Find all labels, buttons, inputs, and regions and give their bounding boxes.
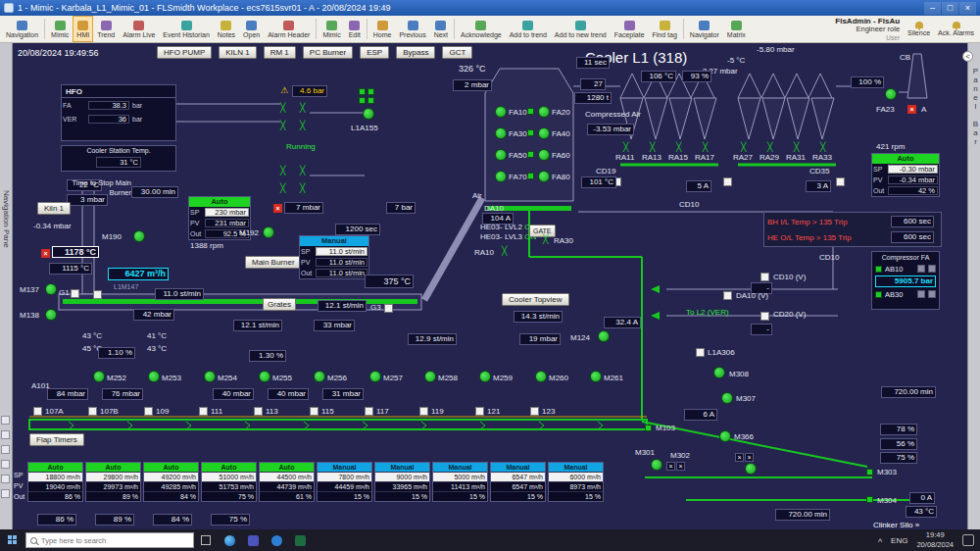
sp-input[interactable]: 49200 m³/h: [144, 472, 198, 481]
kiln1-button[interactable]: Kiln 1: [37, 202, 71, 215]
valve-icon[interactable]: [300, 104, 305, 113]
taskbar-search[interactable]: [25, 532, 194, 548]
toolbar-item-notes[interactable]: Notes: [214, 16, 239, 42]
bh-checkbox[interactable]: [723, 177, 732, 186]
m261-fan-icon[interactable]: [590, 371, 602, 382]
esp-button[interactable]: ESP: [360, 46, 389, 59]
cd20v-checkbox[interactable]: [760, 312, 769, 321]
m258-fan-icon[interactable]: [424, 371, 436, 382]
mode-button[interactable]: Auto: [189, 197, 250, 207]
sp-input[interactable]: 5000 m³/h: [433, 472, 487, 481]
sp-input[interactable]: 230 mbar: [205, 208, 249, 217]
pump-motor-icon[interactable]: [363, 108, 374, 120]
valve-icon[interactable]: [300, 167, 305, 175]
m138-motor-icon[interactable]: [45, 309, 57, 321]
flap-checkbox[interactable]: [365, 407, 373, 416]
toolbar-item-navigation[interactable]: Navigation: [2, 16, 42, 42]
alarm-suppressed-icon[interactable]: [273, 204, 282, 213]
g1-checkbox[interactable]: [71, 289, 79, 298]
toolbar-item-hmi[interactable]: HMI: [73, 16, 93, 42]
side-tool-icon[interactable]: [1, 489, 10, 498]
mode-button[interactable]: Manual: [491, 463, 545, 472]
compressor-icon[interactable]: [928, 265, 936, 273]
mode-button[interactable]: Auto: [260, 463, 314, 472]
collapse-panel-button[interactable]: [962, 51, 973, 62]
side-tool-icon[interactable]: [1, 416, 10, 425]
notification-center-icon[interactable]: [962, 534, 974, 546]
toolbar-item-previous[interactable]: Previous: [395, 16, 429, 42]
task-view-icon[interactable]: [194, 529, 218, 551]
mode-button[interactable]: Auto: [202, 463, 256, 472]
m308-motor-icon[interactable]: [713, 367, 725, 378]
ra33-valve-icon[interactable]: [820, 143, 825, 152]
sp-input[interactable]: 51000 m³/h: [202, 472, 256, 481]
m192-motor-icon[interactable]: [263, 226, 274, 238]
sp-input[interactable]: 44500 m³/h: [260, 472, 314, 481]
excel-icon[interactable]: [288, 529, 312, 551]
m259-fan-icon[interactable]: [479, 371, 491, 382]
sp-input[interactable]: 6000 m³/h: [549, 472, 603, 481]
flap-timers-button[interactable]: Flap Timers: [29, 433, 84, 446]
side-tool-icon[interactable]: [1, 445, 10, 454]
fa60-fan-icon[interactable]: [538, 149, 550, 161]
m252-fan-icon[interactable]: [93, 371, 105, 382]
flap-checkbox[interactable]: [475, 407, 484, 416]
m260-fan-icon[interactable]: [535, 371, 547, 382]
ra30-valve-icon[interactable]: [543, 235, 548, 244]
flap-checkbox[interactable]: [530, 407, 539, 416]
mode-button[interactable]: Auto: [28, 463, 82, 472]
toolbar-item-alarm-live[interactable]: Alarm Live: [119, 16, 159, 42]
valve-icon[interactable]: [300, 184, 305, 193]
m124-motor-icon[interactable]: [598, 330, 610, 342]
close-button[interactable]: ×: [959, 2, 976, 15]
side-tool-icon[interactable]: [1, 430, 10, 439]
m254-fan-icon[interactable]: [204, 371, 216, 382]
fa80-fan-icon[interactable]: [538, 171, 550, 182]
ra17-valve-icon[interactable]: [703, 143, 708, 152]
toolbar-item-mimic-2[interactable]: Mimic: [318, 16, 344, 42]
ra10-valve-icon[interactable]: [502, 247, 507, 256]
compressor-icon[interactable]: [917, 265, 925, 273]
toolbar-item-mimic[interactable]: Mimic: [47, 16, 73, 42]
compressor-icon[interactable]: [928, 290, 936, 298]
pc-burner-button[interactable]: PC Burner: [303, 46, 353, 59]
tray-expand-icon[interactable]: [878, 531, 882, 549]
fa30-fan-icon[interactable]: [495, 127, 507, 139]
search-input[interactable]: [41, 536, 178, 545]
valve-icon[interactable]: [300, 122, 305, 130]
panel-bar-strip[interactable]: Panel Bar: [967, 43, 980, 529]
main-burner-button[interactable]: Main Burner: [245, 256, 302, 269]
cd10v-checkbox[interactable]: [760, 273, 769, 281]
fa20-fan-icon[interactable]: [538, 106, 550, 118]
alarm-suppressed-icon[interactable]: [907, 105, 916, 114]
fa10-fan-icon[interactable]: [495, 106, 507, 118]
m302-motor-icon[interactable]: [745, 463, 757, 475]
user-info[interactable]: FlsAdmin - FlsAu Engineer role User: [835, 17, 900, 41]
toolbar-item-add-to-new-trend[interactable]: Add to new trend: [551, 16, 611, 42]
flap-checkbox[interactable]: [33, 407, 42, 416]
fa50-fan-icon[interactable]: [495, 149, 507, 161]
flap-checkbox[interactable]: [310, 407, 318, 416]
taskbar-clock[interactable]: 19:49 20/08/2024: [916, 530, 954, 550]
toolbar-item-matrix[interactable]: Matrix: [723, 16, 750, 42]
sp-input[interactable]: 7800 m³/h: [318, 472, 371, 481]
silence-button[interactable]: Silence: [907, 22, 930, 36]
toolbar-item-find-tag[interactable]: Find tag: [649, 16, 681, 42]
toolbar-item-home[interactable]: Home: [369, 16, 396, 42]
valve-icon[interactable]: [280, 184, 285, 193]
navigation-pane-strip[interactable]: Navigation Pane: [0, 43, 13, 529]
valve-icon[interactable]: [280, 104, 285, 113]
m366-motor-icon[interactable]: [719, 430, 731, 442]
ra15-valve-icon[interactable]: [676, 143, 681, 152]
sp-input[interactable]: 29800 m³/h: [86, 472, 140, 481]
toolbar-item-add-to-trend[interactable]: Add to trend: [506, 16, 551, 42]
compressor-icon[interactable]: [917, 290, 925, 298]
mode-button[interactable]: Auto: [86, 463, 140, 472]
m257-fan-icon[interactable]: [369, 371, 381, 382]
ack-alarms-button[interactable]: Ack. Alarms: [938, 22, 974, 36]
flap-checkbox[interactable]: [419, 407, 428, 416]
m255-fan-icon[interactable]: [259, 371, 270, 382]
mode-button[interactable]: Manual: [549, 463, 603, 472]
ra27-valve-icon[interactable]: [741, 143, 746, 152]
mode-button[interactable]: Auto: [144, 463, 198, 472]
